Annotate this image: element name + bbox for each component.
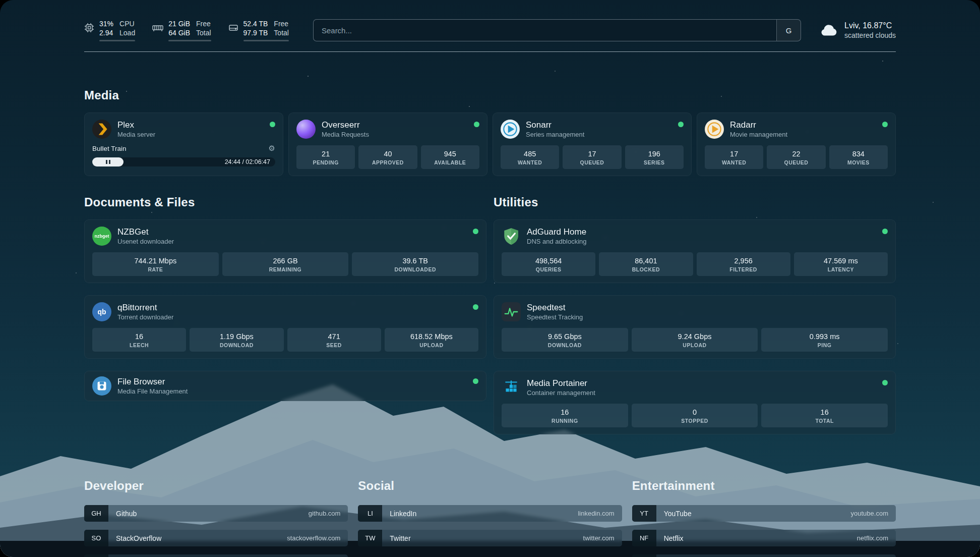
disk-free-label: Free [274,20,289,28]
bookmark-domain: netflix.com [857,534,888,542]
cpu-load: 2.94 [99,29,113,37]
bookmark-name: LinkedIn [390,510,416,518]
stat-value: 485 [503,149,557,158]
snow-specks [0,0,1,1]
bookmark-name: Twitter [390,534,410,542]
stat-label: UPLOAD [387,342,476,348]
qbittorrent-card[interactable]: qb qBittorrent Torrent downloader 16 LEE… [84,295,486,359]
bookmark-stackoverflow[interactable]: SO StackOverflow stackoverflow.com [84,530,348,546]
bookmark-twitter[interactable]: TW Twitter twitter.com [358,530,622,546]
service-desc: Usenet downloader [117,237,174,246]
status-dot [473,229,478,234]
bookmark-domain: youtube.com [851,510,888,517]
stat-label: FILTERED [699,266,788,272]
dashboard-frame: 31% CPU 2.94 Load 21 GiB Free 64 GiB Tot… [0,0,980,557]
playback-time: 24:44 / 02:06:47 [225,158,275,165]
bookmark-name: StackOverflow [116,534,161,542]
stat-label: STOPPED [634,418,756,424]
stat-label: DOWNLOAD [192,342,281,348]
stat-approved: 40 APPROVED [358,145,417,169]
status-dot [473,378,478,384]
bookmarks-entertainment: Entertainment YT YouTube youtube.com NF … [632,479,896,557]
stat-label: PENDING [298,159,353,165]
memory-total-label: Total [196,29,211,37]
gear-icon[interactable]: ⚙ [269,144,275,153]
bookmark-reddit[interactable]: RE Reddit reddit.com [632,554,896,557]
radarr-card[interactable]: Radarr Movie management 17 WANTED 22 QUE… [697,113,896,176]
weather-widget: Lviv, 16.87°C scattered clouds [820,21,896,40]
service-desc: Torrent downloader [117,313,173,321]
stat-value: 39.6 TB [354,256,476,265]
stat-upload: 9.24 Gbps UPLOAD [632,328,758,352]
section-title-entertainment: Entertainment [632,479,896,493]
service-name: Radarr [730,120,787,130]
status-dot [474,122,479,127]
weather-condition: scattered clouds [844,31,896,40]
stat-value: 17 [707,149,761,158]
speedtest-card[interactable]: Speedtest Speedtest Tracking 9.65 Gbps D… [494,295,896,359]
stat-stopped: 0 STOPPED [632,404,758,427]
service-desc: Container management [527,388,595,397]
stat-value: 86,401 [601,256,691,265]
service-desc: Media server [117,130,155,139]
search-input[interactable] [314,20,776,41]
pause-button[interactable] [92,157,124,166]
stat-value: 266 GB [224,256,347,265]
bookmark-abbr: DT [84,554,108,557]
speedtest-icon [502,302,521,321]
stat-leech: 16 LEECH [92,328,186,352]
overseerr-card[interactable]: Overseerr Media Requests 21 PENDING 40 A… [288,113,487,176]
sonarr-card[interactable]: Sonarr Series management 485 WANTED 17 Q… [493,113,692,176]
cpu-icon [84,23,94,33]
stat-label: DOWNLOAD [504,342,626,348]
stat-label: SEED [289,342,379,348]
media-section: Plex Media server Bullet Train ⚙ 24:44 /… [84,113,896,176]
stat-value: 618.52 Mbps [387,332,476,341]
search-bar: G [313,19,801,41]
adguard-card[interactable]: AdGuard Home DNS and adblocking 498,564 … [494,219,896,283]
qbittorrent-icon: qb [92,302,111,321]
bookmark-github[interactable]: GH Github github.com [84,505,348,522]
bookmark-abbr: LI [358,505,382,522]
status-dot [882,229,888,234]
status-dot [678,122,684,127]
section-title-developer: Developer [84,479,348,493]
stat-label: LEECH [94,342,184,348]
stat-filtered: 2,956 FILTERED [697,252,790,276]
status-dot [882,122,888,127]
stat-running: 16 RUNNING [502,404,628,427]
bookmark-linkedin[interactable]: LI LinkedIn linkedin.com [358,505,622,522]
bookmark-domain: twitter.com [583,534,615,542]
stat-value: 16 [763,408,886,417]
playback-progress-bar[interactable]: 24:44 / 02:06:47 [92,157,275,166]
nzbget-card[interactable]: nzbget NZBGet Usenet downloader 744.21 M… [84,219,486,283]
bookmark-abbr: TW [358,530,382,546]
search-provider-button[interactable]: G [776,20,801,41]
portainer-card[interactable]: Media Portainer Container management 16 … [494,371,896,434]
stat-value: 9.24 Gbps [634,332,756,341]
cpu-usage: 31% [99,20,113,28]
stat-blocked: 86,401 BLOCKED [599,252,693,276]
disk-icon [228,23,238,33]
stat-label: WANTED [503,159,557,165]
service-name: Plex [117,120,155,130]
stat-label: APPROVED [360,159,415,165]
service-name: Sonarr [526,120,584,130]
sonarr-icon [501,120,520,139]
bookmark-abbr: RE [632,554,656,557]
stat-label: RATE [94,266,217,272]
bookmark-dev[interactable]: DT DEV dev.to [84,554,348,557]
utilities-section: Utilities AdGuard Home DNS and adblockin… [494,195,896,447]
section-title-documents: Documents & Files [84,195,486,209]
stat-ping: 0.993 ms PING [761,328,888,352]
plex-card[interactable]: Plex Media server Bullet Train ⚙ 24:44 /… [84,113,283,176]
stat-label: QUEUED [565,159,619,165]
service-desc: Media Requests [322,130,369,139]
bookmark-youtube[interactable]: YT YouTube youtube.com [632,505,896,522]
stat-value: 471 [289,332,379,341]
stat-value: 16 [94,332,184,341]
bookmark-abbr: YT [632,505,656,522]
filebrowser-card[interactable]: File Browser Media File Management [84,371,486,401]
memory-widget: 21 GiB Free 64 GiB Total [152,20,211,41]
bookmark-netflix[interactable]: NF Netflix netflix.com [632,530,896,546]
